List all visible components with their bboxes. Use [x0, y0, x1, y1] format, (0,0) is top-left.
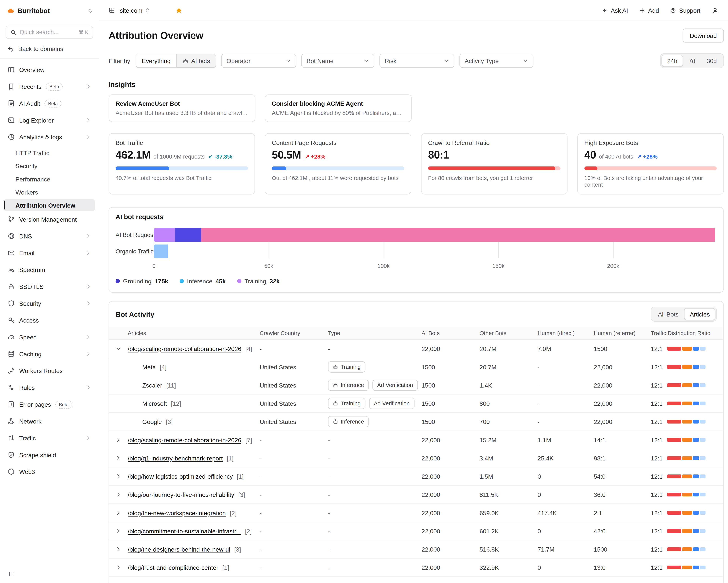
back-to-domains[interactable]: Back to domains [6, 45, 93, 52]
download-button[interactable]: Download [683, 29, 724, 43]
table-row[interactable]: /blog/trust-and-compliance-center [1] - … [109, 559, 723, 577]
article-link[interactable]: /blog/the-designers-behind-the-new-ui [128, 546, 230, 553]
user-menu[interactable] [712, 7, 719, 14]
article-link[interactable]: /blog/the-new-workspace-integration [128, 509, 226, 516]
sidebar-item[interactable]: Workers [4, 186, 95, 198]
sidebar-item[interactable]: Email [4, 246, 95, 260]
article-link[interactable]: /blog/trust-and-compliance-center [128, 564, 218, 571]
all-bots-tab[interactable]: All Bots [652, 308, 684, 320]
sidebar-item[interactable]: Scrape shield [4, 448, 95, 462]
risk-dropdown[interactable]: Risk [380, 54, 454, 68]
expand-chevron-icon[interactable] [115, 437, 121, 443]
table-row[interactable]: /blog/the-designers-behind-the-new-ui [3… [109, 540, 723, 559]
filter-everything-button[interactable]: Everything [136, 54, 176, 67]
sidebar-item[interactable]: Network [4, 414, 95, 428]
range-7d-button[interactable]: 7d [683, 55, 701, 67]
sidebar-item[interactable]: Spectrum [4, 263, 95, 277]
expand-chevron-icon[interactable] [115, 528, 121, 534]
column-header[interactable]: Crawler Country [260, 330, 328, 337]
sidebar-item[interactable]: Error pages Beta [4, 397, 95, 411]
expand-chevron-icon[interactable] [115, 492, 121, 497]
table-row[interactable]: /blog/our-journey-to-five-nines-reliabil… [109, 485, 723, 504]
chart-bar[interactable] [154, 245, 717, 258]
table-row[interactable]: /blog/scaling-remote-collaboration-in-20… [109, 340, 723, 358]
table-row[interactable]: Google [3] United States Inference 1500 … [109, 413, 723, 431]
account-switcher[interactable] [87, 8, 93, 13]
expand-chevron-icon[interactable] [115, 510, 121, 516]
column-header[interactable]: Articles [128, 330, 260, 337]
range-24h-button[interactable]: 24h [661, 55, 683, 67]
table-row[interactable]: /blog/how-logistics-optimized-efficiency… [109, 468, 723, 485]
operator-dropdown[interactable]: Operator [222, 54, 296, 68]
articles-tab[interactable]: Articles [684, 308, 715, 320]
sidebar-item[interactable]: Traffic [4, 431, 95, 445]
sidebar-item[interactable]: Workers Routes [4, 364, 95, 378]
sidebar-item[interactable]: SSL/TLS [4, 280, 95, 294]
expand-chevron-icon[interactable] [115, 346, 121, 352]
sidebar-item[interactable]: Caching [4, 347, 95, 361]
site-selector[interactable]: site.com [120, 7, 150, 14]
article-link[interactable]: /blog/recap-from-our-annual-user-confere… [128, 582, 249, 583]
collapse-sidebar-button[interactable] [7, 569, 17, 579]
column-header[interactable]: Human (direct) [538, 330, 594, 337]
sidebar-item[interactable]: Analytics & logs [4, 130, 95, 144]
table-row[interactable]: /blog/the-new-workspace-integration [2] … [109, 504, 723, 522]
table-row[interactable]: /blog/recap-from-our-annual-user-confere… [109, 577, 723, 583]
expand-chevron-icon[interactable] [115, 565, 121, 570]
sidebar-item[interactable]: Security [4, 160, 95, 172]
ask-ai-button[interactable]: Ask AI [602, 7, 628, 14]
delta-arrow-icon: ↙ [208, 153, 213, 160]
chart-bar[interactable] [154, 228, 717, 242]
quick-search[interactable]: ⌘ K [6, 26, 93, 39]
column-header[interactable]: Type [328, 330, 422, 337]
human-referrer-value: 42:0 [594, 528, 651, 534]
range-30d-button[interactable]: 30d [701, 55, 723, 67]
sidebar-item[interactable]: Access [4, 313, 95, 327]
sidebar-item[interactable]: Version Management [4, 212, 95, 226]
sidebar-item[interactable]: Log Explorer [4, 113, 95, 127]
expand-chevron-icon[interactable] [115, 474, 121, 479]
table-row[interactable]: /blog/q1-industry-benchmark-report [1] -… [109, 449, 723, 468]
distribution-segment [693, 474, 699, 478]
insight-card[interactable]: Consider blocking ACME Agent ACME Agent … [265, 94, 412, 122]
sidebar-item[interactable]: Web3 [4, 465, 95, 479]
article-link[interactable]: /blog/how-logistics-optimized-efficiency [128, 473, 233, 480]
expand-chevron-icon[interactable] [115, 547, 121, 552]
article-link[interactable]: /blog/q1-industry-benchmark-report [128, 454, 223, 462]
ai-bots-value: 22,000 [422, 491, 479, 498]
search-input[interactable] [20, 29, 75, 36]
column-header[interactable]: Traffic Distribution Ratio [651, 330, 724, 337]
sidebar-item[interactable]: Recents Beta [4, 80, 95, 93]
column-header[interactable]: Human (referrer) [594, 330, 651, 337]
support-button[interactable]: Support [670, 7, 700, 14]
expand-chevron-icon[interactable] [115, 455, 121, 461]
table-row[interactable]: Meta [4] United States Training 1500 20.… [109, 358, 723, 376]
table-row[interactable]: Zscaler [11] United States Inference Ad … [109, 377, 723, 394]
sidebar-item[interactable]: Overview [4, 63, 95, 77]
activity-type-dropdown[interactable]: Activity Type [460, 54, 534, 68]
sidebar-item[interactable]: Speed [4, 330, 95, 344]
table-row[interactable]: Microsoft [12] United States Training Ad… [109, 394, 723, 413]
sidebar-item[interactable]: Rules [4, 381, 95, 394]
sidebar-item[interactable]: DNS [4, 229, 95, 243]
sidebar-item[interactable]: Attribution Overview [4, 199, 95, 211]
favorite-star-icon[interactable] [176, 7, 183, 14]
sidebar-item[interactable]: HTTP Traffic [4, 147, 95, 159]
column-header[interactable]: Other Bots [479, 330, 538, 337]
table-row[interactable]: /blog/commitment-to-sustainable-infrastr… [109, 522, 723, 540]
axis-tick-label: 50k [264, 263, 274, 269]
article-link[interactable]: /blog/our-journey-to-five-nines-reliabil… [128, 491, 234, 498]
article-link[interactable]: /blog/scaling-remote-collaboration-in-20… [128, 345, 241, 352]
article-link[interactable]: /blog/scaling-remote-collaboration-in-20… [128, 436, 241, 443]
sidebar-item[interactable]: AI Audit Beta [4, 96, 95, 110]
column-header[interactable]: AI Bots [422, 330, 479, 337]
article-link[interactable]: /blog/commitment-to-sustainable-infrastr… [128, 528, 241, 534]
insight-card[interactable]: Review AcmeUser Bot AcmeUser Bot has use… [109, 94, 256, 122]
filter-ai-bots-button[interactable]: AI bots [176, 54, 216, 67]
sidebar-item[interactable]: Performance [4, 173, 95, 185]
add-button[interactable]: Add [639, 7, 659, 14]
table-row[interactable]: /blog/scaling-remote-collaboration-in-20… [109, 431, 723, 449]
legend-label: Inference [187, 278, 212, 285]
bot-name-dropdown[interactable]: Bot Name [302, 54, 374, 68]
sidebar-item[interactable]: Security [4, 297, 95, 310]
